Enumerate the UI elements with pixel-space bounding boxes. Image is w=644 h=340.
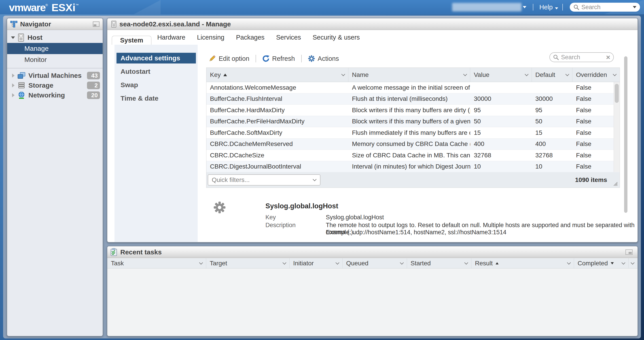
undock-icon[interactable] [93,22,100,27]
sidebar-item-virtual-machines[interactable]: Virtual Machines 43 [7,71,103,80]
chevron-down-icon[interactable] [283,261,286,264]
chevron-down-icon[interactable] [400,261,404,264]
collapse-caret-icon[interactable] [12,84,14,88]
column-header-value[interactable]: Value [470,68,532,82]
column-header-overridden[interactable]: Overridden [572,68,620,82]
search-scope-caret-icon[interactable] [633,6,636,8]
search-icon [553,54,559,60]
actions-button[interactable]: Actions [308,55,339,62]
chevron-down-icon[interactable] [199,261,203,264]
column-header-initiator[interactable]: Initiator [290,258,342,268]
sidebar-item-monitor[interactable]: Monitor [7,54,103,65]
table-row[interactable]: CBRC.DCacheMemReserved Memory consumed b… [206,138,620,150]
table-row[interactable]: CBRC.DCacheSize Size of CBRC Data Cache … [206,150,620,161]
column-header-key[interactable]: Key [206,68,348,82]
header-divider [562,4,563,10]
tab-licensing[interactable]: Licensing [191,30,230,45]
column-header-started[interactable]: Started [407,258,471,268]
column-header-result[interactable]: Result [471,258,574,268]
tasks-header-row: Task Target Initiator Queued Started Res… [107,258,638,268]
table-scrollbar-track[interactable] [614,82,620,172]
table-search-placeholder: Search [561,54,606,61]
tab-packages[interactable]: Packages [230,30,270,45]
cell-default: 10 [532,161,572,172]
navigator-tree-icon [10,21,18,28]
table-search[interactable]: Search × [550,52,614,62]
table-header-row: Key Name Value Default Overridden [206,68,620,82]
user-menu-redacted[interactable] [452,3,522,12]
table-scrollbar-thumb[interactable] [615,84,619,103]
refresh-button[interactable]: Refresh [262,55,295,62]
cell-default: 30000 [532,94,572,104]
cell-value: 32768 [470,150,532,161]
expand-caret-icon[interactable] [11,36,15,39]
help-menu[interactable]: Help [539,4,558,11]
main-panel-header: sea-node02.esxi.sea.land - Manage [107,18,638,30]
tasks-empty-body [107,268,638,336]
chevron-down-icon[interactable] [613,72,617,76]
column-header-name[interactable]: Name [348,68,470,82]
table-row[interactable]: BufferCache.PerFileHardMaxDirty Block wr… [206,116,620,128]
cell-name: Size of CBRC Data Cache in MB. This cann… [348,150,470,161]
chevron-down-icon[interactable] [631,261,634,264]
sort-descending-icon [611,262,614,264]
table-row[interactable]: BufferCache.HardMaxDirty Block writers i… [206,104,620,116]
user-menu-caret-icon[interactable] [523,6,526,8]
tab-services[interactable]: Services [270,30,307,45]
cell-overridden: False [572,94,614,104]
column-label: Result [475,260,492,267]
toolbar-divider [256,55,256,62]
sidebar-item-host[interactable]: Host [7,32,103,43]
chevron-down-icon[interactable] [336,261,340,264]
subnav-swap[interactable]: Swap [116,80,196,90]
cell-default [532,82,572,93]
restore-panel-icon[interactable] [626,250,632,255]
global-search[interactable]: Search [570,3,640,12]
tab-hardware[interactable]: Hardware [152,30,191,45]
sidebar-item-storage[interactable]: Storage 2 [7,80,103,90]
sidebar-item-label: Manage [7,45,48,52]
tab-security-users[interactable]: Security & users [307,30,366,45]
table-row[interactable]: BufferCache.FlushInterval Flush at this … [206,94,620,105]
column-header-extra[interactable] [628,258,638,268]
sidebar-item-manage[interactable]: Manage [7,43,103,54]
collapse-caret-icon[interactable] [12,93,14,97]
subnav-time-date[interactable]: Time & date [116,93,196,104]
tab-label: Security & users [312,34,360,41]
table-footer: Quick filters... 1090 items [206,172,620,188]
column-header-completed[interactable]: Completed [574,258,628,268]
column-header-task[interactable]: Task [107,258,206,268]
chevron-down-icon[interactable] [525,72,528,76]
chevron-down-icon[interactable] [464,261,468,264]
column-label: Value [474,71,490,78]
chevron-down-icon[interactable] [567,261,571,264]
table-row[interactable]: BufferCache.SoftMaxDirty Flush immediate… [206,127,620,138]
table-row[interactable]: CBRC.DigestJournalBootInterval Interval … [206,161,620,172]
networking-icon [17,92,26,99]
toolbar-divider [301,55,302,62]
column-header-target[interactable]: Target [206,258,290,268]
count-badge: 2 [87,82,100,89]
table-row[interactable]: Annotations.WelcomeMessage A welcome mes… [206,82,620,94]
chevron-down-icon[interactable] [463,72,467,76]
cell-default: 15 [532,127,572,138]
clear-search-icon[interactable]: × [606,54,610,61]
collapse-caret-icon[interactable] [12,74,14,78]
chevron-down-icon[interactable] [622,261,626,264]
refresh-icon [262,55,270,62]
panel-scrollbar-thumb[interactable] [624,56,628,213]
detail-description-label: Description [266,222,296,229]
resize-grip-icon[interactable] [613,181,618,186]
subnav-advanced-settings[interactable]: Advanced settings [116,53,196,64]
tab-system[interactable]: System [112,36,152,45]
recent-tasks-header: Recent tasks [107,246,638,258]
sidebar-item-networking[interactable]: Networking 20 [7,90,103,100]
column-header-default[interactable]: Default [532,68,572,82]
subnav-autostart[interactable]: Autostart [116,66,196,77]
column-header-queued[interactable]: Queued [342,258,407,268]
tab-label: Packages [236,34,264,41]
chevron-down-icon[interactable] [566,72,569,76]
chevron-down-icon[interactable] [342,72,345,76]
edit-option-button[interactable]: Edit option [208,55,249,62]
quick-filters-dropdown[interactable]: Quick filters... [208,174,320,186]
